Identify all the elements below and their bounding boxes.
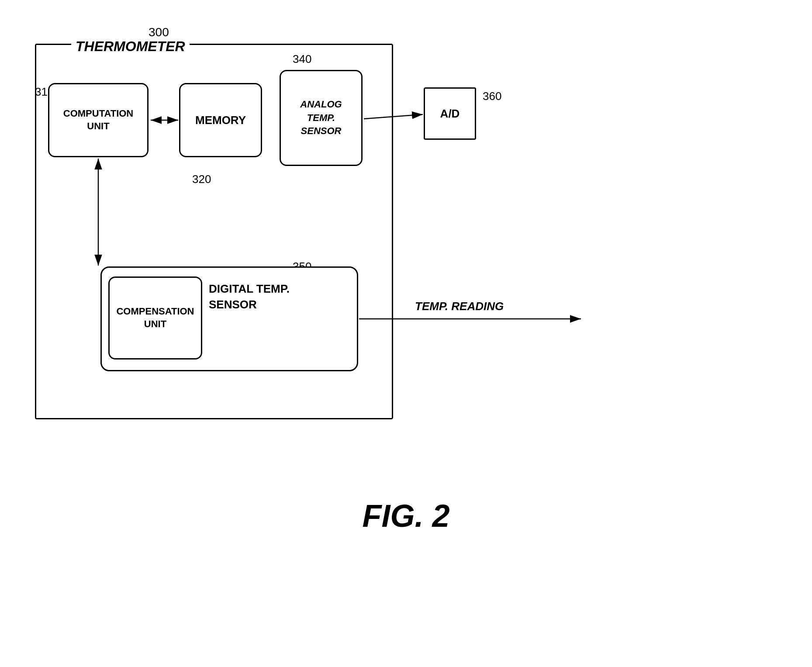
analog-sensor-label: ANALOGTEMP.SENSOR (300, 98, 342, 138)
label-340: 340 (293, 52, 311, 66)
thermometer-label: THERMOMETER (71, 38, 190, 55)
compensation-unit-label: COMPENSATIONUNIT (116, 305, 194, 330)
computation-unit-box: COMPUTATIONUNIT (48, 83, 149, 157)
diagram-area: 300 ⌐ THERMOMETER 310 COMPUTATIONUNIT ME… (22, 17, 786, 454)
ref-300: 300 (149, 25, 169, 39)
ad-box: A/D (424, 87, 476, 140)
compensation-unit-box: COMPENSATIONUNIT (108, 276, 202, 359)
digital-sensor-label: DIGITAL TEMP.SENSOR (209, 281, 290, 313)
ad-label: A/D (440, 107, 460, 121)
analog-sensor-box: ANALOGTEMP.SENSOR (280, 70, 363, 166)
label-320: 320 (192, 173, 211, 186)
figure-caption: FIG. 2 (362, 498, 449, 534)
memory-box: MEMORY (179, 83, 262, 157)
temp-reading-label: TEMP. READING (415, 300, 504, 313)
label-360: 360 (483, 90, 501, 103)
digital-sensor-outer-box: COMPENSATIONUNIT DIGITAL TEMP.SENSOR (100, 266, 358, 371)
computation-unit-label: COMPUTATIONUNIT (63, 107, 134, 132)
memory-label: MEMORY (195, 114, 246, 127)
